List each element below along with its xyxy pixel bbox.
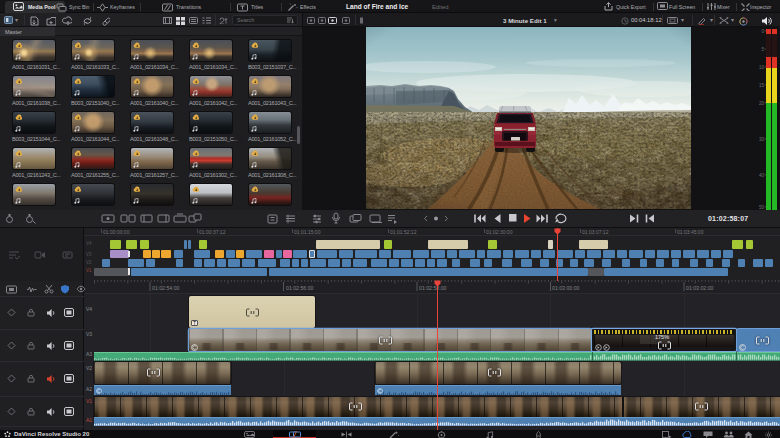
svg-text:30: 30 (759, 137, 765, 142)
svg-text:5: 5 (761, 47, 764, 52)
svg-text:10: 10 (759, 65, 765, 70)
svg-text:40: 40 (759, 173, 765, 178)
svg-text:15: 15 (759, 83, 765, 88)
svg-text:0: 0 (761, 29, 764, 34)
svg-text:50: 50 (759, 205, 765, 210)
svg-text:20: 20 (759, 101, 765, 106)
